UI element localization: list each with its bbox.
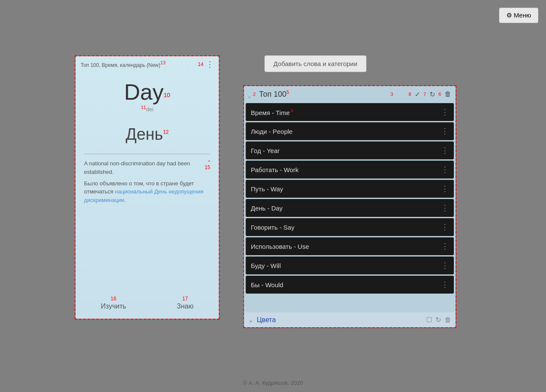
- word-item[interactable]: День - Day⋮: [246, 199, 454, 217]
- num-13: 13: [160, 60, 166, 65]
- num-6: 6: [439, 92, 441, 97]
- card-category-label: Топ 100, Время, календарь (New): [81, 62, 160, 68]
- know-button[interactable]: 17 Знаю: [177, 296, 193, 310]
- checkmark-icon[interactable]: ✓: [415, 90, 420, 98]
- trash-icon[interactable]: 🗑: [444, 90, 451, 98]
- word-text: Год - Year: [251, 147, 280, 154]
- num-14: 14: [198, 61, 203, 67]
- num-up[interactable]: ^: [208, 159, 210, 164]
- category-header: ‸ 2 Топ 1005 3 8 ✓ 7 ↻ 6 🗑: [244, 86, 456, 102]
- word-menu-icon[interactable]: ⋮: [441, 242, 449, 251]
- category-footer: ⌄ Цвета ☐ ↻ 🗑: [244, 312, 456, 327]
- copyright: © А. А. Кудряшов, 2020: [243, 380, 303, 386]
- word-num: 4: [290, 108, 293, 113]
- card-transcription: 11dei: [76, 105, 219, 112]
- russian-word: День: [125, 125, 163, 143]
- transcription-text: dei: [146, 106, 153, 112]
- word-menu-icon[interactable]: ⋮: [441, 165, 449, 174]
- word-item[interactable]: Год - Year⋮: [246, 141, 454, 159]
- num-10: 10: [163, 92, 170, 98]
- card-sentence-area: A national non-discrimination day had be…: [76, 159, 219, 176]
- add-words-button[interactable]: Добавить слова и категории: [264, 55, 366, 72]
- num-8: 8: [409, 92, 411, 97]
- word-text: Буду - Will: [251, 262, 281, 269]
- word-menu-icon[interactable]: ⋮: [441, 127, 449, 136]
- word-item[interactable]: Говорить - Say⋮: [246, 218, 454, 236]
- sentence-ru-part2: .: [124, 197, 126, 203]
- category-chevron-up[interactable]: ‸: [248, 91, 250, 98]
- word-item[interactable]: Работать - Work⋮: [246, 161, 454, 179]
- category-title-text: Топ 100: [259, 90, 286, 98]
- word-item[interactable]: Использовать - Use⋮: [246, 237, 454, 255]
- category-panel: ‸ 2 Топ 1005 3 8 ✓ 7 ↻ 6 🗑 Время - Time4…: [244, 86, 456, 327]
- word-item[interactable]: Путь - Way⋮: [246, 180, 454, 198]
- footer-square-icon[interactable]: ☐: [426, 316, 432, 324]
- category-title: Топ 1005: [259, 89, 388, 99]
- card-menu-icon[interactable]: ⋮: [206, 60, 214, 69]
- reset-icon[interactable]: ↻: [430, 90, 435, 98]
- num-17: 17: [182, 296, 188, 302]
- flashcard: Топ 100, Время, календарь (New)13 14 ⋮ D…: [76, 56, 219, 319]
- card-header-right: 14 ⋮: [198, 60, 214, 69]
- num-11: 11: [141, 105, 146, 110]
- num-15: 15: [205, 164, 210, 170]
- num-2: 2: [253, 92, 256, 97]
- left-panel: Топ 100, Время, календарь (New)13 14 ⋮ D…: [75, 55, 220, 320]
- sentence-russian: Было объявлено о том, что в стране будет…: [76, 176, 219, 205]
- word-list: Время - Time4⋮Люди - People⋮Год - Year⋮Р…: [244, 102, 456, 312]
- menu-button[interactable]: ⚙ Меню: [499, 8, 538, 23]
- card-header-title: Топ 100, Время, календарь (New)13: [81, 60, 166, 69]
- num-16: 16: [110, 296, 116, 302]
- know-label: Знаю: [177, 303, 193, 310]
- word-text: День - Day: [251, 205, 283, 212]
- word-text: Говорить - Say: [251, 224, 294, 231]
- english-word: Day: [124, 80, 163, 104]
- num-12: 12: [163, 130, 168, 135]
- word-menu-icon[interactable]: ⋮: [441, 184, 449, 193]
- footer-trash-icon[interactable]: 🗑: [444, 316, 451, 324]
- card-header: Топ 100, Время, календарь (New)13 14 ⋮: [76, 56, 219, 71]
- num-7: 7: [424, 92, 426, 97]
- word-menu-icon[interactable]: ⋮: [441, 280, 449, 289]
- word-menu-icon[interactable]: ⋮: [441, 222, 449, 232]
- word-text: Люди - People: [251, 128, 293, 135]
- card-footer: 16 Изучить 17 Знаю: [76, 296, 219, 310]
- footer-category-title: Цвета: [257, 316, 423, 324]
- card-word-english: Day10: [76, 79, 219, 105]
- study-label: Изучить: [101, 303, 126, 310]
- num-5: 5: [287, 89, 289, 95]
- sentence-controls: ^ 15: [205, 159, 210, 170]
- footer-icons: ☐ ↻ 🗑: [426, 316, 451, 324]
- footer-chevron[interactable]: ⌄: [248, 317, 253, 323]
- word-menu-icon[interactable]: ⋮: [441, 107, 449, 117]
- word-text: Бы - Would: [251, 281, 283, 288]
- word-text: Использовать - Use: [251, 243, 309, 250]
- study-button[interactable]: 16 Изучить: [101, 296, 126, 310]
- word-text: Путь - Way: [251, 185, 283, 193]
- word-menu-icon[interactable]: ⋮: [441, 261, 449, 270]
- word-item[interactable]: Бы - Would⋮: [246, 276, 454, 294]
- footer-reset-icon[interactable]: ↻: [436, 316, 441, 324]
- word-item[interactable]: Время - Time4⋮: [246, 103, 454, 121]
- card-word-russian: День12: [76, 125, 219, 144]
- num-3: 3: [391, 92, 393, 97]
- card-divider: [84, 154, 210, 154]
- word-menu-icon[interactable]: ⋮: [441, 146, 449, 155]
- right-panel: ‸ 2 Топ 1005 3 8 ✓ 7 ↻ 6 🗑 Время - Time4…: [243, 85, 456, 328]
- sentence-english: A national non-discrimination day had be…: [84, 160, 190, 175]
- word-text: Время - Time4: [251, 108, 293, 116]
- word-item[interactable]: Люди - People⋮: [246, 122, 454, 140]
- word-text: Работать - Work: [251, 166, 299, 173]
- category-header-icons: 8 ✓ 7 ↻ 6 🗑: [409, 90, 451, 98]
- word-menu-icon[interactable]: ⋮: [441, 203, 449, 213]
- word-item[interactable]: Буду - Will⋮: [246, 257, 454, 274]
